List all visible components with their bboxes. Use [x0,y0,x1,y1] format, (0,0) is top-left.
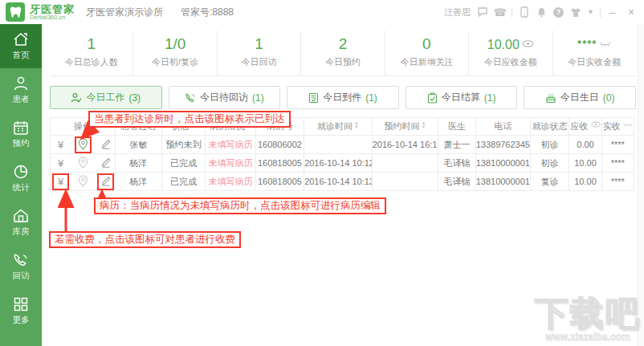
stat-followups: 1 今日回访 [218,31,301,75]
logo-title: 牙医管家 [30,4,75,14]
table-row[interactable]: ¥ 杨洋 已完成 未填写病历 160818005 2016-10-14 10:1… [51,173,634,191]
calendar-icon [12,120,30,136]
pie-chart-icon [12,164,30,180]
cell-record-no: 160818005 [255,154,304,173]
sidebar-item-followup[interactable]: 回访 [0,245,42,289]
cell-phone: 13389762345 [475,136,530,154]
tab-count: (1) [365,92,377,104]
tab-label: 今日工作 [86,91,124,104]
logo-subtitle: Dental360.cn [30,14,75,21]
table-row[interactable]: ¥ 张敏 预约未到 未填写病历 160806002 2016-10-14 16:… [51,136,634,154]
tab-today-birthdays[interactable]: 今日生日(0) [524,86,636,109]
sidebar-item-label: 首页 [13,50,30,61]
shirt-icon[interactable] [569,6,581,18]
charge-icon[interactable]: ¥ [54,157,67,170]
sidebar-item-patients[interactable]: 患者 [0,68,42,112]
logo-text: 牙医管家 Dental360.cn [30,4,75,21]
minimize-button[interactable]: – [606,6,619,18]
cell-receivable: 10.00 [569,154,601,173]
app-logo [6,2,25,22]
col-receivable[interactable]: 应收 [569,118,601,136]
eye-closed-icon[interactable] [599,40,611,47]
close-button[interactable]: × [625,6,638,18]
tab-today-work[interactable]: 今日工作(3) [50,86,162,109]
cell-patient-name: 杨洋 [115,154,161,173]
cell-record-status: 未填写病历 [206,173,255,191]
stat-label: 今日应收金额 [469,56,552,68]
edit-record-icon[interactable] [99,138,112,152]
main-content: 1 今日总诊人数 1/0 今日初/复诊 1 今日回访 2 今日预约 0 今日新增… [42,24,644,346]
bell-icon[interactable] [536,6,548,18]
edit-record-icon[interactable] [99,157,112,170]
eye-open-icon[interactable] [591,121,601,128]
tab-count: (0) [603,92,615,104]
eye-closed-icon[interactable] [623,121,633,128]
cell-phone: 13810000001 [475,154,530,173]
cell-visit-status: 初诊 [531,154,569,173]
cell-record-no: 160806002 [255,136,304,154]
tooth-icon [9,6,22,19]
user-name[interactable]: 汪善思 [444,6,471,18]
cell-phone: 13810000001 [475,173,530,191]
annotation-arrived: 当患者到达诊所时，点击该图标表示已到达 [88,111,291,128]
annotation-record: 病历：当病历情况为未填写病历时，点击该图标可进行病历编辑 [94,197,386,214]
sidebar-item-label: 预约 [13,138,30,149]
tab-today-arrivals[interactable]: 今日到件(1) [287,86,399,109]
cell-status: 已完成 [161,173,205,191]
chat-icon[interactable] [476,6,488,18]
patient-icon [12,75,30,92]
col-visit-time[interactable]: 就诊时间▲▼ [304,118,373,136]
stat-new-followers: 0 今日新增关注 [385,31,469,75]
vertical-scrollbar[interactable] [638,24,644,346]
arrived-icon[interactable] [76,138,90,152]
cell-status: 已完成 [161,154,205,173]
arrived-icon[interactable] [76,175,90,189]
table-row[interactable]: ¥ 杨洋 已完成 未填写病历 160818005 2016-10-14 10:1… [51,154,634,173]
cell-received: **** [601,136,634,154]
tab-count: (3) [128,92,141,104]
stat-receivable: 10.00 今日应收金额 [469,31,552,75]
sidebar-item-home[interactable]: 首页 [0,24,42,68]
col-doctor: 医生 [438,118,475,136]
help-icon[interactable]: ? [553,7,564,18]
cell-record-no: 160818005 [255,173,304,191]
cell-appointment-time: 2016-10-14 16:15 [372,136,438,154]
cell-visit-time: 2016-10-14 10:13 [304,173,373,191]
sidebar-item-statistics[interactable]: 统计 [0,157,42,201]
sidebar-item-more[interactable]: 更多 [0,289,42,333]
sidebar-item-appointments[interactable]: 预约 [0,112,42,157]
cell-visit-time [304,136,373,154]
sidebar: 首页 患者 预约 统计 库房 回访 更多 [0,24,42,346]
col-appointment-time[interactable]: 预约时间▲▼ [372,118,438,136]
cell-visit-status: 初诊 [531,136,569,154]
chevron-down-icon[interactable]: ▼ [587,8,594,16]
birthday-cake-icon [545,92,556,104]
mobile-icon[interactable] [518,6,530,18]
stat-appointments: 2 今日预约 [301,31,385,75]
tab-label: 今日生日 [560,91,599,104]
tab-count: (1) [252,92,264,104]
charge-icon[interactable]: ¥ [54,138,67,152]
cell-doctor: 毛译锦 [438,173,475,191]
cell-appointment-time [372,154,438,173]
tab-today-settlement[interactable]: 今日结算(1) [406,86,518,109]
home-icon [12,31,30,47]
charge-icon[interactable]: ¥ [54,175,67,189]
sort-icon[interactable]: ▲▼ [422,121,426,129]
col-received[interactable]: 实收 [601,118,634,136]
tab-today-followup[interactable]: 今日待回访(1) [169,86,281,109]
sidebar-item-label: 患者 [13,94,30,105]
telephone-icon[interactable]: ☎ [494,6,506,18]
edit-record-icon[interactable] [99,175,112,189]
eye-open-icon[interactable] [522,40,534,47]
tab-label: 今日到件 [323,91,361,104]
stat-label: 今日预约 [301,56,384,68]
account-number: 管家号:8888 [181,6,234,19]
sidebar-item-warehouse[interactable]: 库房 [0,201,42,245]
stat-label: 今日回访 [218,56,300,68]
sidebar-item-label: 库房 [13,226,30,238]
stat-label: 今日新增关注 [385,56,468,68]
arrived-icon[interactable] [76,157,90,170]
sort-icon[interactable]: ▲▼ [354,121,359,129]
person-check-icon [71,92,82,104]
